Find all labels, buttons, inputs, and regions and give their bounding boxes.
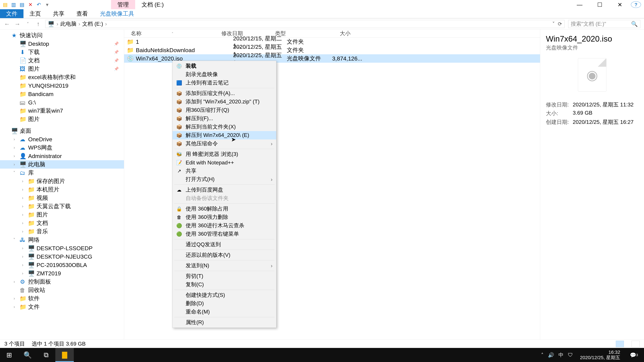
context-menu-item[interactable]: 刻录光盘映像 (172, 70, 276, 79)
context-menu-item[interactable]: 剪切(T) (172, 272, 276, 280)
forward-button[interactable]: → (14, 20, 21, 27)
tree-folder[interactable]: ›📁软件 (0, 294, 124, 303)
tree-network-pc[interactable]: ›🖥️DESKTOP-LSSOEDP (0, 244, 124, 252)
up-button[interactable]: ↑ (35, 20, 42, 27)
file-row[interactable]: 📁BaiduNetdiskDownload2020/12/25, 星期五 1..… (124, 46, 540, 54)
file-row[interactable]: 📁12020/12/15, 星期二 1...文件夹 (124, 37, 540, 46)
context-menu-item[interactable]: 📦用360压缩打开(Q) (172, 106, 276, 114)
context-menu-item[interactable]: 通过QQ发送到 (172, 240, 276, 249)
search-icon[interactable]: 🔍 (631, 21, 638, 27)
context-menu-item[interactable]: 🟢使用 360管理右键菜单 (172, 230, 276, 238)
refresh-icon[interactable]: ⟳ (558, 21, 562, 27)
context-menu[interactable]: 💿装载刻录光盘映像🟦上传到有道云笔记📦添加到压缩文件(A)...📦添加到 "Wi… (172, 61, 276, 328)
tree-documents[interactable]: 📄文档 (0, 56, 124, 65)
help-icon[interactable]: ? (631, 1, 641, 8)
context-tab-manage[interactable]: 管理 (111, 0, 135, 9)
context-menu-item[interactable]: 还原以前的版本(V) (172, 251, 276, 259)
tree-library-item[interactable]: ›📁音乐 (0, 227, 124, 236)
close-button[interactable]: ✕ (610, 0, 630, 9)
chevron-right-icon[interactable]: › (105, 21, 107, 27)
qat-dropdown-icon[interactable]: ▾ (44, 2, 50, 7)
tree-folder[interactable]: 📁图片 (0, 115, 124, 123)
context-menu-item[interactable]: 复制(C) (172, 280, 276, 289)
context-menu-item[interactable]: 重命名(M) (172, 308, 276, 316)
tree-library-item[interactable]: ›📁文档 (0, 219, 124, 227)
context-menu-item[interactable]: 🟦上传到有道云笔记 (172, 79, 276, 87)
search-box[interactable]: 搜索"文档 (E:)" 🔍 (568, 20, 640, 28)
tree-desktop-root[interactable]: 🖥️桌面 (0, 127, 124, 135)
minimize-button[interactable]: — (570, 0, 590, 9)
security-icon[interactable]: 🛡 (568, 352, 573, 358)
tree-network-pc[interactable]: ›🖥️ZMT2019 (0, 269, 124, 278)
qat-item[interactable]: ▥ (11, 2, 16, 7)
column-name[interactable]: 名称 ˄ (124, 30, 221, 37)
context-menu-item[interactable]: 属性(R) (172, 318, 276, 327)
context-menu-item[interactable]: 📦添加到压缩文件(A)... (172, 89, 276, 97)
context-menu-item[interactable]: 📦解压到当前文件夹(X) (172, 123, 276, 131)
context-menu-item[interactable]: 🗑使用 360强力删除 (172, 213, 276, 221)
address-bar[interactable]: 🖥️ › 此电脑 › 文档 (E:) › ˅ ⟳ (45, 20, 564, 28)
tree-wps[interactable]: ›☁WPS网盘 (0, 143, 124, 152)
ribbon-tab-file[interactable]: 文件 (0, 9, 24, 18)
tree-library-item[interactable]: ›📁视频 (0, 194, 124, 202)
tree-libraries[interactable]: ˅🗂库 (0, 169, 124, 177)
action-center-icon[interactable]: 💬3 (627, 348, 641, 362)
navigation-tree[interactable]: ★快速访问 🖥️Desktop ⬇下载 📄文档 🖼图片 📁excel表格制作求和… (0, 29, 124, 346)
tree-desktop[interactable]: 🖥️Desktop (0, 39, 124, 48)
breadcrumb[interactable]: 文档 (E:) (82, 20, 103, 28)
tree-folder[interactable]: 📁YUNQISHI2019 (0, 81, 124, 90)
back-button[interactable]: ← (4, 20, 10, 27)
icons-view-button[interactable] (632, 341, 640, 347)
recent-dropdown[interactable]: ˅ (24, 22, 31, 26)
chevron-right-icon[interactable]: › (56, 21, 58, 27)
chevron-right-icon[interactable]: › (78, 21, 80, 27)
task-view-button[interactable]: ⧉ (37, 348, 55, 362)
tree-pictures[interactable]: 🖼图片 (0, 65, 124, 73)
maximize-button[interactable]: ☐ (590, 0, 610, 9)
tree-onedrive[interactable]: ›☁OneDrive (0, 135, 124, 143)
tree-network-pc[interactable]: ›🖥️DESKTOP-NJEU3CG (0, 252, 124, 261)
context-menu-item[interactable]: 🐝用 蜂蜜浏览器 浏览(3) (172, 150, 276, 158)
tree-folder[interactable]: 📁excel表格制作求和 (0, 73, 124, 81)
tree-drive[interactable]: 🖴G:\ (0, 98, 124, 107)
volume-icon[interactable]: 🔊 (548, 352, 554, 358)
tree-user[interactable]: ›👤Administrator (0, 152, 124, 160)
tree-folder[interactable]: ›📁文件 (0, 303, 124, 311)
context-menu-item[interactable]: ☁上传到百度网盘 (172, 186, 276, 194)
tree-library-item[interactable]: ›📁图片 (0, 211, 124, 219)
start-button[interactable]: ⊞ (0, 348, 18, 362)
tree-quick-access[interactable]: ★快速访问 (0, 31, 124, 39)
tree-network-pc[interactable]: ›🖥️PC-20190530OBLA (0, 261, 124, 269)
qat-item[interactable]: ▤ (19, 2, 25, 7)
tree-folder[interactable]: 📁win7重装win7 (0, 107, 124, 115)
tree-recycle-bin[interactable]: 🗑回收站 (0, 286, 124, 294)
system-tray[interactable]: ˄ 🔊 中 🛡 16:32 2020/12/25, 星期五 💬3 (541, 348, 644, 362)
ribbon-tab-disc-tools[interactable]: 光盘映像工具 (94, 9, 140, 18)
context-menu-item[interactable]: 📦其他压缩命令› (172, 139, 276, 148)
context-menu-item[interactable]: 📝Edit with Notepad++ (172, 158, 276, 167)
tree-network[interactable]: ˅🖧网络 (0, 236, 124, 244)
ribbon-tab-view[interactable]: 查看 (70, 9, 94, 18)
address-dropdown-icon[interactable]: ˅ (552, 21, 555, 27)
qat-undo-icon[interactable]: ↶ (36, 2, 42, 7)
search-button[interactable]: 🔍 (18, 348, 37, 362)
tree-library-item[interactable]: ›📁天翼云盘下载 (0, 202, 124, 211)
context-menu-item[interactable]: 创建快捷方式(S) (172, 291, 276, 299)
column-size[interactable]: 大小 (319, 30, 356, 37)
tree-folder[interactable]: 📁Bandicam (0, 90, 124, 98)
column-headers[interactable]: 名称 ˄ 修改日期 类型 大小 (124, 29, 540, 37)
ime-indicator[interactable]: 中 (558, 352, 564, 359)
details-view-button[interactable] (616, 341, 624, 347)
taskbar[interactable]: ⊞ 🔍 ⧉ ▇ ˄ 🔊 中 🛡 16:32 2020/12/25, 星期五 💬3 (0, 348, 644, 362)
ribbon-tab-home[interactable]: 主页 (24, 9, 47, 18)
context-menu-item[interactable]: 💿装载 (172, 62, 276, 70)
tree-control-panel[interactable]: ›⚙控制面板 (0, 278, 124, 286)
context-menu-item[interactable]: ↗共享 (172, 167, 276, 175)
ribbon-tab-share[interactable]: 共享 (47, 9, 70, 18)
context-menu-item[interactable]: 📦添加到 "Win7x64_2020.zip" (T) (172, 97, 276, 106)
explorer-taskbar-icon[interactable]: ▇ (55, 348, 74, 362)
context-menu-item[interactable]: 打开方式(H)› (172, 175, 276, 184)
context-menu-item[interactable]: 📦解压到(F)... (172, 114, 276, 123)
tree-downloads[interactable]: ⬇下载 (0, 48, 124, 56)
context-menu-item[interactable]: 删除(D) (172, 299, 276, 308)
